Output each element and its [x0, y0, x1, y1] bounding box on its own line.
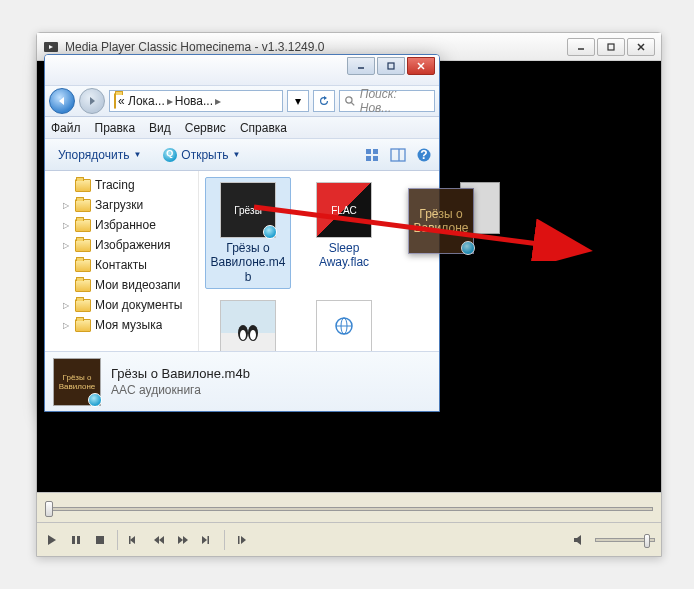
svg-rect-17 [208, 536, 210, 544]
tree-item[interactable]: Tracing [51, 175, 198, 195]
menu-tools[interactable]: Сервис [185, 121, 226, 135]
folder-tree[interactable]: Tracing ▷Загрузки ▷Избранное ▷Изображени… [45, 171, 199, 351]
file-list[interactable]: Грёзы Грёзы о Вавилоне.m4b FLAC Sleep Aw… [199, 171, 439, 351]
svg-point-39 [240, 330, 246, 340]
explorer-minimize-button[interactable] [347, 57, 375, 75]
explorer-maximize-button[interactable] [377, 57, 405, 75]
open-button[interactable]: Открыть▼ [156, 145, 247, 165]
menu-file[interactable]: Файл [51, 121, 81, 135]
chevron-down-icon: ▼ [133, 150, 141, 159]
tree-item[interactable]: Мои видеозапи [51, 275, 198, 295]
menu-view[interactable]: Вид [149, 121, 171, 135]
folder-icon [75, 239, 91, 252]
svg-rect-29 [366, 149, 371, 154]
pause-button[interactable] [67, 531, 85, 549]
volume-slider[interactable] [595, 538, 655, 542]
svg-rect-32 [373, 156, 378, 161]
mpc-seek-bar[interactable] [37, 492, 661, 522]
expand-icon[interactable]: ▷ [63, 301, 71, 310]
stop-button[interactable] [91, 531, 109, 549]
svg-marker-20 [574, 535, 581, 545]
folder-icon [114, 94, 116, 108]
expand-icon[interactable]: ▷ [63, 201, 71, 210]
explorer-menubar: Файл Правка Вид Сервис Справка [45, 117, 439, 139]
svg-rect-22 [388, 63, 394, 69]
menu-help[interactable]: Справка [240, 121, 287, 135]
tree-item[interactable]: ▷Моя музыка [51, 315, 198, 335]
folder-icon [75, 259, 91, 272]
svg-rect-8 [77, 536, 80, 544]
svg-point-27 [346, 97, 352, 103]
file-thumbnail [220, 300, 276, 356]
explorer-close-button[interactable] [407, 57, 435, 75]
play-button[interactable] [43, 531, 61, 549]
folder-icon [75, 199, 91, 212]
tree-item[interactable]: ▷Избранное [51, 215, 198, 235]
svg-marker-26 [90, 97, 95, 105]
mpc-minimize-button[interactable] [567, 38, 595, 56]
tree-item[interactable]: ▷Изображения [51, 235, 198, 255]
chevron-right-icon: ▸ [215, 94, 221, 108]
breadcrumb-dropdown[interactable]: ▾ [287, 90, 309, 112]
file-item[interactable]: FLAC Sleep Away.flac [301, 177, 387, 289]
mpc-maximize-button[interactable] [597, 38, 625, 56]
tree-item[interactable]: ▷Загрузки [51, 195, 198, 215]
search-input[interactable]: Поиск: Нов... [339, 90, 435, 112]
breadcrumb-segment[interactable]: Нова... [175, 94, 213, 108]
svg-marker-12 [154, 536, 159, 544]
svg-rect-33 [391, 149, 405, 161]
organize-button[interactable]: Упорядочить▼ [51, 145, 148, 165]
mute-button[interactable] [571, 531, 589, 549]
mpc-app-icon [43, 39, 59, 55]
details-pane: Грёзы оВавилоне Грёзы о Вавилоне.m4b AAC… [45, 351, 439, 411]
svg-marker-10 [130, 536, 135, 544]
folder-icon [75, 299, 91, 312]
details-filename: Грёзы о Вавилоне.m4b [111, 366, 250, 381]
folder-icon [75, 179, 91, 192]
quicktime-overlay-icon [88, 393, 102, 407]
preview-pane-button[interactable] [389, 146, 407, 164]
search-icon [344, 95, 356, 107]
expand-icon[interactable]: ▷ [63, 321, 71, 330]
breadcrumb-segment[interactable]: « Лока... [118, 94, 165, 108]
explorer-titlebar[interactable] [45, 55, 439, 85]
menu-edit[interactable]: Правка [95, 121, 136, 135]
svg-line-28 [351, 102, 354, 105]
mpc-title: Media Player Classic Homecinema - v1.3.1… [65, 40, 567, 54]
explorer-window: « Лока... ▸ Нова... ▸ ▾ Поиск: Нов... Фа… [44, 54, 440, 412]
tree-item[interactable]: ▷Мои документы [51, 295, 198, 315]
breadcrumb[interactable]: « Лока... ▸ Нова... ▸ [109, 90, 283, 112]
folder-icon [75, 319, 91, 332]
expand-icon[interactable]: ▷ [63, 221, 71, 230]
back-button[interactable] [49, 88, 75, 114]
svg-text:?: ? [420, 148, 427, 162]
folder-icon [75, 279, 91, 292]
explorer-toolbar: Упорядочить▼ Открыть▼ ? [45, 139, 439, 171]
forward-button[interactable] [79, 88, 105, 114]
skip-forward-button[interactable] [198, 531, 216, 549]
file-thumbnail [316, 300, 372, 356]
chevron-right-icon: ▸ [167, 94, 173, 108]
help-button[interactable]: ? [415, 146, 433, 164]
skip-back-button[interactable] [126, 531, 144, 549]
svg-marker-16 [202, 536, 207, 544]
rewind-button[interactable] [150, 531, 168, 549]
drag-ghost: Грёзы о Вавилоне [408, 188, 494, 280]
svg-marker-15 [183, 536, 188, 544]
views-button[interactable] [363, 146, 381, 164]
svg-rect-18 [238, 536, 240, 544]
file-thumbnail: Грёзы [220, 182, 276, 238]
svg-rect-30 [373, 149, 378, 154]
svg-marker-25 [59, 97, 64, 105]
step-button[interactable] [233, 531, 251, 549]
svg-rect-7 [72, 536, 75, 544]
quicktime-overlay-icon [263, 225, 277, 239]
svg-rect-9 [96, 536, 104, 544]
explorer-navbar: « Лока... ▸ Нова... ▸ ▾ Поиск: Нов... [45, 85, 439, 117]
tree-item[interactable]: Контакты [51, 255, 198, 275]
fast-forward-button[interactable] [174, 531, 192, 549]
file-item[interactable]: Грёзы Грёзы о Вавилоне.m4b [205, 177, 291, 289]
refresh-button[interactable] [313, 90, 335, 112]
mpc-close-button[interactable] [627, 38, 655, 56]
expand-icon[interactable]: ▷ [63, 241, 71, 250]
